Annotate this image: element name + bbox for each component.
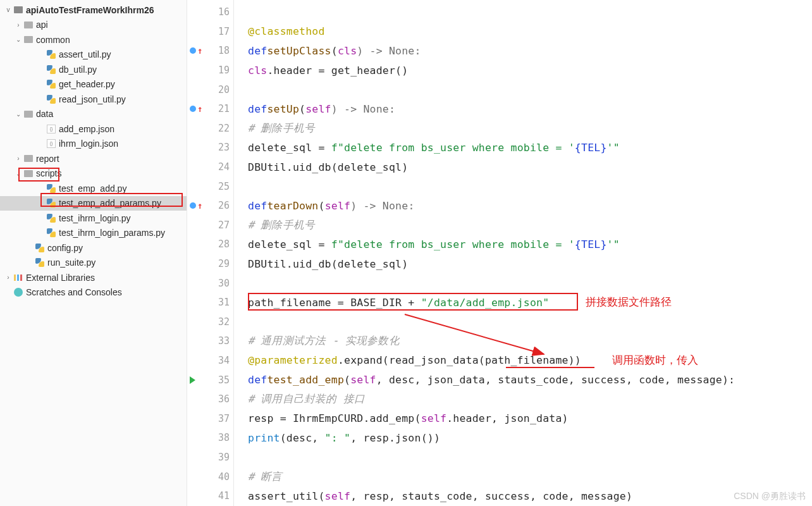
line-number: 28	[214, 238, 230, 250]
python-file-icon	[47, 50, 56, 59]
folder-icon	[24, 111, 33, 118]
gutter-row[interactable]: ↑26	[187, 196, 233, 216]
gutter-row[interactable]: 39	[187, 448, 233, 467]
python-file-icon	[47, 228, 56, 237]
tree-item[interactable]: {}ihrm_login.json	[0, 137, 187, 152]
python-file-icon	[47, 65, 56, 74]
gutter-row[interactable]: 25	[187, 176, 233, 196]
override-marker-icon[interactable]	[190, 106, 196, 112]
tree-item[interactable]: ⌄common	[0, 32, 187, 47]
tree-item[interactable]: {}add_emp.json	[0, 121, 187, 137]
folder-icon	[24, 170, 33, 177]
tree-item-label: api	[36, 20, 48, 30]
line-number: 37	[214, 413, 230, 424]
line-number: 30	[214, 278, 230, 289]
tree-item[interactable]: config.py	[0, 240, 187, 256]
code-editor[interactable]: @classmethod def setUpClass(cls) -> None…	[234, 0, 812, 506]
line-number: 23	[214, 142, 230, 153]
line-number: 29	[214, 258, 230, 269]
python-file-icon	[47, 184, 56, 193]
tree-item[interactable]: ⌄data	[0, 107, 187, 122]
gutter-row[interactable]: 35	[187, 370, 233, 390]
gutter-row[interactable]: 19	[187, 61, 233, 80]
tree-item[interactable]: Scratches and Consoles	[0, 285, 187, 300]
line-number: 39	[214, 452, 230, 463]
line-number: 32	[214, 316, 230, 328]
line-number: 20	[214, 84, 230, 96]
arrow-up-icon: ↑	[197, 104, 202, 114]
override-marker-icon[interactable]	[190, 202, 196, 209]
folder-icon	[24, 155, 33, 162]
gutter-row[interactable]: 32	[187, 312, 233, 332]
tree-item[interactable]: test_ihrm_login_params.py	[0, 226, 187, 241]
gutter-row[interactable]: 37	[187, 409, 233, 428]
gutter-row[interactable]: 23	[187, 138, 233, 157]
tree-item[interactable]: db_util.py	[0, 62, 187, 77]
tree-item[interactable]: ›report	[0, 151, 187, 166]
tree-item-label: Scratches and Consoles	[26, 287, 122, 297]
tree-item[interactable]: read_json_util.py	[0, 92, 187, 107]
line-number: 35	[214, 374, 230, 386]
folder-icon	[24, 36, 33, 43]
tree-item[interactable]: test_ihrm_login.py	[0, 211, 187, 226]
gutter-row[interactable]: 24	[187, 157, 233, 177]
annotation-box-path	[248, 293, 578, 311]
chevron-right-icon[interactable]: ›	[14, 22, 23, 28]
project-root[interactable]: v apiAutoTestFrameWorkIhrm26	[0, 3, 187, 18]
arrow-up-icon: ↑	[197, 201, 202, 211]
chevron-down-icon[interactable]: v	[4, 6, 13, 13]
gutter-row[interactable]: 27	[187, 216, 233, 235]
gutter-row[interactable]: 40	[187, 467, 233, 486]
tree-item[interactable]: ›api	[0, 18, 187, 33]
gutter-row[interactable]: 22	[187, 119, 233, 139]
gutter-row[interactable]: 17	[187, 22, 233, 42]
tree-item-label: get_header.py	[59, 79, 115, 89]
tree-item[interactable]: assert_util.py	[0, 47, 187, 63]
run-test-icon[interactable]	[190, 376, 195, 384]
scratches-icon	[14, 288, 23, 297]
gutter-row[interactable]: 31	[187, 293, 233, 312]
gutter-row[interactable]: 29	[187, 254, 233, 274]
line-number: 22	[214, 123, 230, 134]
tree-item[interactable]: ›External Libraries	[0, 270, 187, 285]
gutter-row[interactable]: 16	[187, 3, 233, 22]
gutter-row[interactable]: 36	[187, 390, 233, 409]
line-number: 40	[214, 471, 230, 483]
tree-item-label: test_ihrm_login_params.py	[59, 228, 165, 238]
gutter-row[interactable]: ↑21	[187, 99, 233, 119]
tree-item-label: read_json_util.py	[59, 94, 126, 104]
tree-item[interactable]: get_header.py	[0, 77, 187, 92]
chevron-down-icon[interactable]: ⌄	[14, 36, 23, 43]
arrow-up-icon: ↑	[197, 46, 202, 56]
gutter-row[interactable]: 38	[187, 428, 233, 448]
python-file-icon	[35, 244, 44, 252]
gutter-row[interactable]: ↑18	[187, 41, 233, 61]
folder-icon	[14, 6, 23, 13]
tree-item[interactable]: ⌄scripts	[0, 166, 187, 182]
line-number: 18	[214, 45, 230, 56]
gutter-row[interactable]: 34	[187, 351, 233, 371]
tree-item-label: assert_util.py	[59, 49, 111, 59]
line-number: 19	[214, 65, 230, 76]
annotation-underline	[506, 367, 594, 368]
gutter-row[interactable]: 33	[187, 331, 233, 351]
gutter-row[interactable]: 30	[187, 273, 233, 293]
tree-item-label: External Libraries	[26, 273, 95, 283]
chevron-down-icon[interactable]: ⌄	[14, 111, 23, 118]
chevron-down-icon[interactable]: ⌄	[14, 170, 23, 177]
annotation-text-1: 拼接数据文件路径	[586, 295, 672, 309]
tree-item-label: add_emp.json	[59, 124, 114, 134]
watermark: CSDN @勇胜读书	[734, 491, 806, 502]
gutter-row[interactable]: 20	[187, 80, 233, 99]
gutter-row[interactable]: 41	[187, 486, 233, 506]
line-number: 41	[214, 490, 230, 502]
override-marker-icon[interactable]	[190, 47, 196, 54]
tree-item[interactable]: run_suite.py	[0, 256, 187, 271]
gutter-row[interactable]: 28	[187, 235, 233, 254]
json-file-icon: {}	[47, 125, 56, 133]
tree-item[interactable]: test_emp_add.py	[0, 181, 187, 196]
chevron-right-icon[interactable]: ›	[4, 274, 13, 281]
tree-item[interactable]: test_emp_add_params.py	[0, 196, 187, 211]
chevron-right-icon[interactable]: ›	[14, 155, 23, 162]
line-number: 17	[214, 26, 230, 37]
